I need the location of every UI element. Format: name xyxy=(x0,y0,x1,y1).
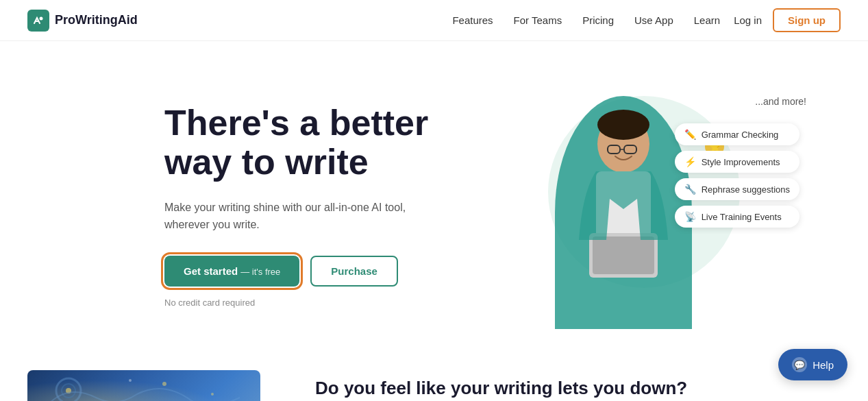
nav-links: Features For Teams Pricing Use App Learn xyxy=(452,14,720,26)
svg-point-0 xyxy=(40,16,43,20)
hero-illustration: ⭐ ...and more! ✏️ Grammar Checking ⚡ Sty… xyxy=(493,82,841,329)
training-icon: 📡 xyxy=(684,211,696,222)
no-credit-text: No credit card required xyxy=(164,297,452,308)
starry-night-image xyxy=(27,370,260,401)
nav-item-pricing[interactable]: Pricing xyxy=(582,14,614,26)
bottom-section: Do you feel like your writing lets you d… xyxy=(0,356,868,401)
login-link[interactable]: Log in xyxy=(734,14,762,26)
bottom-content: Do you feel like your writing lets you d… xyxy=(315,370,841,400)
pill-training: 📡 Live Training Events xyxy=(675,206,799,228)
pill-rephrase: 🔧 Rephrase suggestions xyxy=(675,178,799,200)
nav-item-for-teams[interactable]: For Teams xyxy=(514,14,562,26)
help-circle-icon: 💬 xyxy=(792,357,807,372)
pill-style: ⚡ Style Improvements xyxy=(675,151,799,173)
svg-point-12 xyxy=(162,382,166,386)
feature-pills: ✏️ Grammar Checking ⚡ Style Improvements… xyxy=(675,123,799,228)
svg-point-13 xyxy=(211,393,214,396)
pill-grammar: ✏️ Grammar Checking xyxy=(675,123,799,145)
get-started-button[interactable]: Get started— it's free xyxy=(164,256,299,287)
style-icon: ⚡ xyxy=(684,156,696,167)
hero-content: There's a better way to write Make your … xyxy=(164,104,452,308)
rephrase-icon: 🔧 xyxy=(684,184,696,195)
help-button[interactable]: 💬 Help xyxy=(778,349,847,380)
hero-subtitle: Make your writing shine with our all-in-… xyxy=(164,199,452,234)
person-svg xyxy=(558,103,689,329)
grammar-icon: ✏️ xyxy=(684,129,696,140)
nav-item-use-app[interactable]: Use App xyxy=(634,14,673,26)
style-label: Style Improvements xyxy=(702,157,780,167)
grammar-label: Grammar Checking xyxy=(702,130,779,140)
nav-item-features[interactable]: Features xyxy=(452,14,493,26)
help-label: Help xyxy=(813,359,834,371)
and-more-text: ...and more! xyxy=(755,96,806,107)
hero-section: There's a better way to write Make your … xyxy=(0,41,868,356)
navbar: ProWritingAid Features For Teams Pricing… xyxy=(0,0,868,41)
signup-button[interactable]: Sign up xyxy=(773,8,841,32)
logo[interactable]: ProWritingAid xyxy=(27,10,138,32)
purchase-button[interactable]: Purchase xyxy=(310,256,398,287)
night-sky-svg xyxy=(27,370,260,401)
logo-icon xyxy=(27,10,49,32)
logo-text: ProWritingAid xyxy=(55,13,138,27)
hero-buttons: Get started— it's free Purchase xyxy=(164,256,452,287)
hero-title: There's a better way to write xyxy=(164,104,452,182)
svg-point-14 xyxy=(129,379,132,382)
svg-point-2 xyxy=(597,110,649,140)
rephrase-label: Rephrase suggestions xyxy=(702,184,790,195)
svg-rect-8 xyxy=(593,236,654,274)
bottom-title: Do you feel like your writing lets you d… xyxy=(315,377,841,400)
nav-item-learn[interactable]: Learn xyxy=(694,14,720,26)
training-label: Live Training Events xyxy=(702,212,782,222)
